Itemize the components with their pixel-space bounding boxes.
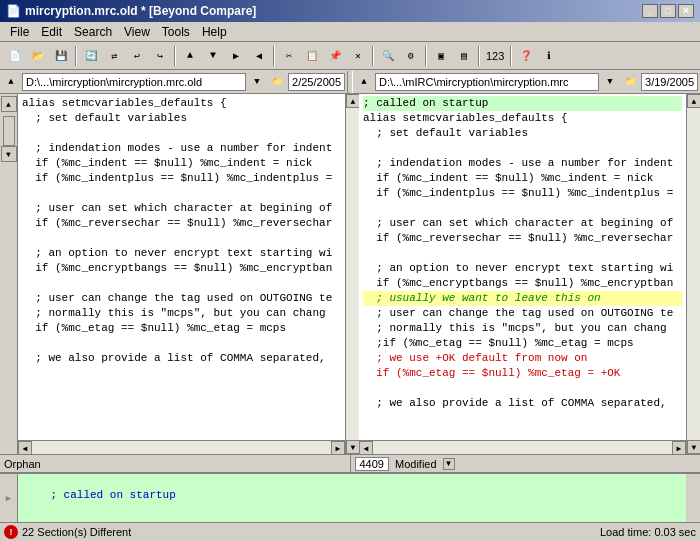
tb-sep5 <box>425 46 427 66</box>
tb-refresh-button[interactable]: 🔄 <box>80 45 102 67</box>
preview-scroll[interactable] <box>686 474 700 522</box>
tb-sep3 <box>273 46 275 66</box>
minimize-button[interactable]: _ <box>642 4 658 18</box>
right-date-text: 3/19/2005 <box>645 76 694 88</box>
right-vscroll-up-button[interactable]: ▲ <box>687 94 700 108</box>
left-nav-back-button[interactable]: ▲ <box>2 73 20 91</box>
right-hscroll[interactable]: ◀ ▶ <box>359 440 686 454</box>
left-hscroll-track[interactable] <box>32 441 331 454</box>
main-area: ▲ ▼ alias setmcvariables_defaults { ; se… <box>0 94 700 454</box>
left-hscroll-left-button[interactable]: ◀ <box>18 441 32 454</box>
right-code-line: if (%mc_indent == $null) %mc_indent = ni… <box>363 171 682 186</box>
gutter-thumb <box>3 116 15 146</box>
right-vscroll-track[interactable] <box>687 108 700 440</box>
toolbar: 📄 📂 💾 🔄 ⇄ ↩ ↪ ▲ ▼ ▶ ◀ ✂ 📋 📌 ✕ 🔍 ⚙ ▣ ▤ 12… <box>0 42 700 70</box>
right-code-line <box>363 246 682 261</box>
left-status-label: Orphan <box>4 458 41 470</box>
left-nav-fwd-button[interactable]: ▼ <box>248 73 266 91</box>
right-code-line <box>363 381 682 396</box>
tb-swap-button[interactable]: ⇄ <box>103 45 125 67</box>
right-code-line: ;if (%mc_etag == $null) %mc_etag = mcps <box>363 336 682 351</box>
left-vscroll-track[interactable] <box>346 108 359 440</box>
right-nav-back-button[interactable]: ▲ <box>355 73 373 91</box>
left-code-pane: alias setmcvariables_defaults { ; set de… <box>18 94 345 454</box>
tb-cut-button[interactable]: ✂ <box>278 45 300 67</box>
left-status: Orphan <box>0 455 351 472</box>
menu-view[interactable]: View <box>118 24 156 40</box>
right-vscroll: ▲ ▼ <box>686 94 700 454</box>
left-code-line <box>22 336 341 351</box>
status-icon-symbol: ! <box>10 527 13 537</box>
tb-prev-diff-button[interactable]: ▲ <box>179 45 201 67</box>
right-code-line: ; set default variables <box>363 126 682 141</box>
left-code-content[interactable]: alias setmcvariables_defaults { ; set de… <box>18 94 345 440</box>
menu-search[interactable]: Search <box>68 24 118 40</box>
right-code-line: ; user can change the tag used on OUTGOI… <box>363 306 682 321</box>
address-row: ▲ D:\...\mircryption\mircryption.mrc.old… <box>0 70 700 94</box>
right-code-line: if (%mc_reversechar == $null) %mc_revers… <box>363 231 682 246</box>
menu-tools[interactable]: Tools <box>156 24 196 40</box>
right-path-box[interactable]: D:\...\mIRC\mircryption\mircryption.mrc <box>375 73 599 91</box>
gutter-down-button[interactable]: ▼ <box>1 146 17 162</box>
tb-new-button[interactable]: 📄 <box>4 45 26 67</box>
right-status-btn[interactable]: ▼ <box>443 458 455 470</box>
gutter-up-button[interactable]: ▲ <box>1 96 17 112</box>
left-date-text: 2/25/2005 <box>292 76 341 88</box>
right-status: 4409 Modified ▼ <box>351 455 701 472</box>
menu-edit[interactable]: Edit <box>35 24 68 40</box>
left-code-line: if (%mc_indentplus == $null) %mc_indentp… <box>22 171 341 186</box>
left-code-line: ; an option to never encrypt text starti… <box>22 246 341 261</box>
tb-save-button[interactable]: 💾 <box>50 45 72 67</box>
tb-options-button[interactable]: ⚙ <box>400 45 422 67</box>
diff-counter: 123 <box>483 50 507 62</box>
right-vscroll-down-button[interactable]: ▼ <box>687 440 700 454</box>
maximize-button[interactable]: □ <box>660 4 676 18</box>
tb-redo-button[interactable]: ↪ <box>149 45 171 67</box>
tb-info-button[interactable]: ℹ <box>538 45 560 67</box>
right-code-line: if (%mc_indentplus == $null) %mc_indentp… <box>363 186 682 201</box>
left-code-line: ; user can set which character at begini… <box>22 201 341 216</box>
left-vscroll-up-button[interactable]: ▲ <box>346 94 360 108</box>
left-browse-button[interactable]: 📁 <box>268 73 286 91</box>
left-hscroll-right-button[interactable]: ▶ <box>331 441 345 454</box>
left-code-line <box>22 126 341 141</box>
tb-open-button[interactable]: 📂 <box>27 45 49 67</box>
menu-help[interactable]: Help <box>196 24 233 40</box>
right-pane-wrapper: ; called on startupalias setmcvariables_… <box>359 94 700 454</box>
preview-content: ; called on startup <box>18 474 686 522</box>
right-code-line: if (%mc_encryptbangs == $null) %mc_encry… <box>363 276 682 291</box>
right-code-line <box>363 201 682 216</box>
tb-copy-button[interactable]: 📋 <box>301 45 323 67</box>
right-date-box: 3/19/2005 <box>641 73 698 91</box>
tb-sep6 <box>478 46 480 66</box>
right-code-line: ; an option to never encrypt text starti… <box>363 261 682 276</box>
right-hscroll-left-button[interactable]: ◀ <box>359 441 373 454</box>
tb-next-diff-button[interactable]: ▼ <box>202 45 224 67</box>
left-hscroll[interactable]: ◀ ▶ <box>18 440 345 454</box>
left-vscroll-down-button[interactable]: ▼ <box>346 440 360 454</box>
left-path-box[interactable]: D:\...\mircryption\mircryption.mrc.old <box>22 73 246 91</box>
tb-paste-button[interactable]: 📌 <box>324 45 346 67</box>
tb-view1-button[interactable]: ▣ <box>430 45 452 67</box>
tb-sep7 <box>510 46 512 66</box>
right-hscroll-right-button[interactable]: ▶ <box>672 441 686 454</box>
right-nav-fwd-button[interactable]: ▼ <box>601 73 619 91</box>
right-browse-button[interactable]: 📁 <box>621 73 639 91</box>
tb-copy-left-button[interactable]: ◀ <box>248 45 270 67</box>
left-code-line: if (%mc_etag == $null) %mc_etag = mcps <box>22 321 341 336</box>
tb-help-button[interactable]: ❓ <box>515 45 537 67</box>
tb-view2-button[interactable]: ▤ <box>453 45 475 67</box>
left-path-text: D:\...\mircryption\mircryption.mrc.old <box>26 76 202 88</box>
right-code-line: ; we use +OK default from now on <box>363 351 682 366</box>
title-bar: 📄 mircryption.mrc.old * [Beyond Compare]… <box>0 0 700 22</box>
window-title: mircryption.mrc.old * [Beyond Compare] <box>25 4 256 18</box>
tb-undo-button[interactable]: ↩ <box>126 45 148 67</box>
right-hscroll-track[interactable] <box>373 441 672 454</box>
tb-sep4 <box>372 46 374 66</box>
tb-search-button[interactable]: 🔍 <box>377 45 399 67</box>
close-button[interactable]: ✕ <box>678 4 694 18</box>
menu-file[interactable]: File <box>4 24 35 40</box>
right-code-content[interactable]: ; called on startupalias setmcvariables_… <box>359 94 686 440</box>
tb-delete-button[interactable]: ✕ <box>347 45 369 67</box>
tb-copy-right-button[interactable]: ▶ <box>225 45 247 67</box>
